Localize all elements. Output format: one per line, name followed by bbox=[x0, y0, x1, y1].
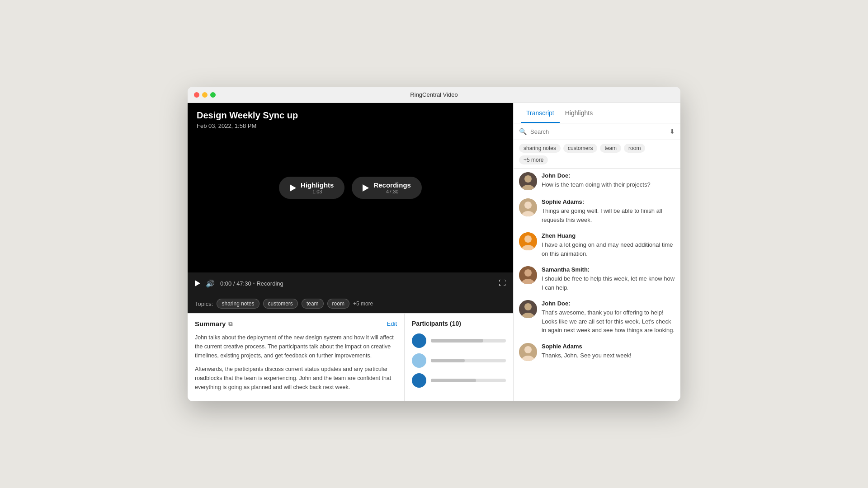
svg-point-13 bbox=[524, 303, 532, 310]
video-buttons: Highlights 1:03 Recordings 47:30 bbox=[279, 177, 422, 199]
avatar-zhen-huang bbox=[519, 232, 537, 250]
message-1: John Doe: How is the team doing with the… bbox=[519, 172, 675, 190]
video-area: Design Weekly Sync up Feb 03, 2022, 1:58… bbox=[188, 103, 513, 272]
participant-item-3 bbox=[412, 373, 506, 388]
close-button[interactable] bbox=[194, 92, 199, 98]
msg-name-1: John Doe: bbox=[542, 172, 651, 179]
transcript-tag-sharing-notes[interactable]: sharing notes bbox=[519, 144, 561, 153]
summary-header: Summary ⧉ Edit bbox=[195, 320, 397, 328]
highlights-label: Highlights bbox=[301, 181, 334, 189]
minimize-button[interactable] bbox=[202, 92, 208, 98]
recordings-button[interactable]: Recordings 47:30 bbox=[352, 177, 422, 199]
window-title: RingCentral Video bbox=[410, 91, 458, 98]
video-title: Design Weekly Sync up bbox=[197, 110, 298, 121]
summary-text: John talks about the deployment of the n… bbox=[195, 333, 397, 392]
participant-bar-3 bbox=[431, 379, 506, 382]
play-icon-2 bbox=[363, 184, 369, 192]
edit-button[interactable]: Edit bbox=[387, 320, 397, 327]
topic-tag-team[interactable]: team bbox=[302, 299, 324, 309]
play-icon bbox=[290, 184, 296, 192]
msg-name-4: Samantha Smith: bbox=[542, 266, 675, 273]
app-window: RingCentral Video Design Weekly Sync up … bbox=[188, 87, 680, 401]
participant-avatar-2 bbox=[412, 353, 426, 368]
transcript-tags-row: sharing notes customers team room +5 mor… bbox=[514, 140, 680, 169]
avatar-john-doe-1 bbox=[519, 172, 537, 190]
highlights-button[interactable]: Highlights 1:03 bbox=[279, 177, 344, 199]
topic-more[interactable]: +5 more bbox=[353, 300, 373, 307]
topic-tag-sharing-notes[interactable]: sharing notes bbox=[217, 299, 259, 309]
search-row: 🔍 ⬇ bbox=[514, 123, 680, 140]
msg-name-6: Sophie Adams bbox=[542, 343, 632, 350]
avatar-sophie-adams-1 bbox=[519, 198, 537, 216]
highlights-duration: 1:03 bbox=[301, 189, 334, 194]
topics-label: Topics: bbox=[195, 300, 213, 307]
participant-avatar-3 bbox=[412, 373, 426, 388]
topic-tag-room[interactable]: room bbox=[327, 299, 349, 309]
svg-point-7 bbox=[524, 235, 532, 243]
summary-paragraph-1: John talks about the deployment of the n… bbox=[195, 333, 397, 360]
svg-point-10 bbox=[524, 269, 532, 277]
volume-button[interactable]: 🔊 bbox=[206, 279, 215, 288]
fullscreen-icon: ⛶ bbox=[499, 279, 506, 287]
tabs-row: Transcript Highlights bbox=[514, 103, 680, 123]
play-button[interactable] bbox=[195, 280, 200, 286]
msg-text-4: I should be free to help this week, let … bbox=[542, 274, 675, 292]
avatar-john-doe-2 bbox=[519, 300, 537, 318]
transcript-tag-team[interactable]: team bbox=[600, 144, 621, 153]
recordings-label: Recordings bbox=[373, 181, 411, 189]
svg-point-1 bbox=[524, 175, 532, 183]
participants-title: Participants (10) bbox=[412, 320, 506, 327]
participant-bar-2 bbox=[431, 359, 506, 362]
copy-icon[interactable]: ⧉ bbox=[228, 320, 232, 328]
message-5: John Doe: That's awesome, thank you for … bbox=[519, 300, 675, 335]
video-controls: 🔊 0:00 / 47:30 • Recording ⛶ bbox=[188, 272, 513, 294]
tab-transcript[interactable]: Transcript bbox=[521, 103, 560, 123]
summary-title: Summary ⧉ bbox=[195, 320, 232, 328]
msg-text-1: How is the team doing with their project… bbox=[542, 180, 651, 189]
msg-text-6: Thanks, John. See you next week! bbox=[542, 351, 632, 360]
left-panel: Design Weekly Sync up Feb 03, 2022, 1:58… bbox=[188, 103, 513, 401]
time-display: 0:00 / 47:30 • Recording bbox=[220, 280, 493, 287]
participant-avatar-1 bbox=[412, 333, 426, 348]
transcript-tag-customers[interactable]: customers bbox=[563, 144, 597, 153]
video-date: Feb 03, 2022, 1:58 PM bbox=[197, 122, 298, 129]
msg-text-5: That's awesome, thank you for offering t… bbox=[542, 308, 675, 335]
msg-name-5: John Doe: bbox=[542, 300, 675, 307]
msg-name-3: Zhen Huang bbox=[542, 232, 675, 239]
msg-text-3: I have a lot going on and may need addit… bbox=[542, 240, 675, 258]
play-triangle-icon bbox=[195, 280, 200, 286]
tab-highlights[interactable]: Highlights bbox=[560, 103, 598, 123]
transcript-messages: John Doe: How is the team doing with the… bbox=[514, 169, 680, 401]
message-4: Samantha Smith: I should be free to help… bbox=[519, 266, 675, 292]
svg-point-16 bbox=[524, 346, 532, 353]
volume-icon: 🔊 bbox=[206, 279, 215, 288]
topics-bar: Topics: sharing notes customers team roo… bbox=[188, 294, 513, 313]
transcript-tag-room[interactable]: room bbox=[624, 144, 645, 153]
avatar-sophie-adams-2 bbox=[519, 343, 537, 361]
download-icon[interactable]: ⬇ bbox=[670, 128, 675, 135]
participant-bar-1 bbox=[431, 339, 506, 343]
topic-tag-customers[interactable]: customers bbox=[263, 299, 298, 309]
message-6: Sophie Adams Thanks, John. See you next … bbox=[519, 343, 675, 361]
participant-item-2 bbox=[412, 353, 506, 368]
search-icon: 🔍 bbox=[519, 128, 527, 135]
msg-name-2: Sophie Adams: bbox=[542, 198, 675, 205]
right-panel: Transcript Highlights 🔍 ⬇ sharing notes … bbox=[513, 103, 680, 401]
svg-point-4 bbox=[524, 202, 532, 209]
message-3: Zhen Huang I have a lot going on and may… bbox=[519, 232, 675, 258]
participants-section: Participants (10) bbox=[405, 314, 513, 401]
titlebar: RingCentral Video bbox=[188, 87, 680, 103]
msg-text-2: Things are going well. I will be able to… bbox=[542, 206, 675, 224]
avatar-samantha-smith bbox=[519, 266, 537, 284]
maximize-button[interactable] bbox=[210, 92, 216, 98]
message-2: Sophie Adams: Things are going well. I w… bbox=[519, 198, 675, 224]
transcript-tag-more[interactable]: +5 more bbox=[519, 155, 548, 164]
summary-paragraph-2: Afterwards, the participants discuss cur… bbox=[195, 365, 397, 392]
search-input[interactable] bbox=[530, 128, 666, 135]
participant-item-1 bbox=[412, 333, 506, 348]
main-content: Design Weekly Sync up Feb 03, 2022, 1:58… bbox=[188, 103, 680, 401]
bottom-panel: Summary ⧉ Edit John talks about the depl… bbox=[188, 313, 513, 401]
traffic-lights bbox=[194, 92, 216, 98]
summary-section: Summary ⧉ Edit John talks about the depl… bbox=[188, 314, 405, 401]
fullscreen-button[interactable]: ⛶ bbox=[499, 279, 506, 287]
